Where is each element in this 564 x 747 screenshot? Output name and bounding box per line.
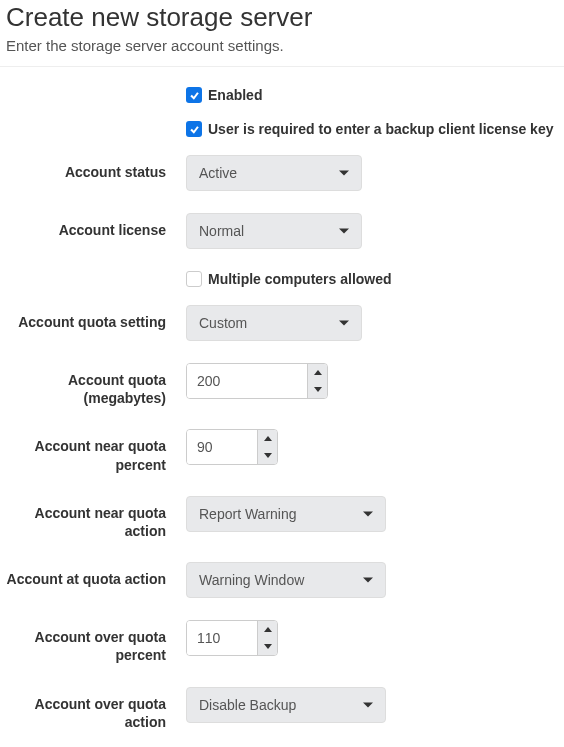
caret-down-icon	[339, 229, 349, 234]
spinner-down-icon[interactable]	[308, 381, 327, 398]
at-quota-action-select[interactable]: Warning Window	[186, 562, 386, 598]
account-quota-setting-label: Account quota setting	[6, 305, 186, 331]
caret-down-icon	[363, 578, 373, 583]
multiple-computers-label: Multiple computers allowed	[208, 271, 392, 287]
over-quota-action-label: Account over quota action	[6, 687, 186, 731]
near-quota-action-value: Report Warning	[199, 506, 297, 522]
over-quota-action-select[interactable]: Disable Backup	[186, 687, 386, 723]
account-quota-mb-label: Account quota (megabytes)	[6, 363, 186, 407]
at-quota-action-label: Account at quota action	[6, 562, 186, 588]
spinner-up-icon[interactable]	[308, 364, 327, 381]
caret-down-icon	[363, 702, 373, 707]
spinner-up-icon[interactable]	[258, 430, 277, 447]
account-status-label: Account status	[6, 155, 186, 181]
over-quota-action-value: Disable Backup	[199, 697, 296, 713]
caret-down-icon	[339, 171, 349, 176]
enabled-label: Enabled	[208, 87, 262, 103]
near-quota-action-label: Account near quota action	[6, 496, 186, 540]
account-quota-mb-spinner[interactable]	[186, 363, 328, 399]
license-required-label: User is required to enter a backup clien…	[208, 121, 553, 137]
account-quota-mb-input[interactable]	[187, 364, 307, 398]
spinner-down-icon[interactable]	[258, 638, 277, 655]
caret-down-icon	[363, 511, 373, 516]
near-quota-percent-input[interactable]	[187, 430, 257, 464]
check-icon	[189, 90, 200, 101]
enabled-checkbox[interactable]	[186, 87, 202, 103]
over-quota-percent-input[interactable]	[187, 621, 257, 655]
account-status-value: Active	[199, 165, 237, 181]
account-quota-setting-select[interactable]: Custom	[186, 305, 362, 341]
spinner-down-icon[interactable]	[258, 447, 277, 464]
account-license-select[interactable]: Normal	[186, 213, 362, 249]
account-status-select[interactable]: Active	[186, 155, 362, 191]
over-quota-percent-label: Account over quota percent	[6, 620, 186, 664]
divider	[0, 66, 564, 67]
caret-down-icon	[339, 321, 349, 326]
near-quota-action-select[interactable]: Report Warning	[186, 496, 386, 532]
account-quota-setting-value: Custom	[199, 315, 247, 331]
near-quota-percent-label: Account near quota percent	[6, 429, 186, 473]
spinner-up-icon[interactable]	[258, 621, 277, 638]
account-license-value: Normal	[199, 223, 244, 239]
over-quota-percent-spinner[interactable]	[186, 620, 278, 656]
page-title: Create new storage server	[6, 2, 558, 33]
at-quota-action-value: Warning Window	[199, 572, 304, 588]
multiple-computers-checkbox[interactable]	[186, 271, 202, 287]
page-subtitle: Enter the storage server account setting…	[6, 37, 558, 54]
near-quota-percent-spinner[interactable]	[186, 429, 278, 465]
license-required-checkbox[interactable]	[186, 121, 202, 137]
check-icon	[189, 124, 200, 135]
account-license-label: Account license	[6, 213, 186, 239]
